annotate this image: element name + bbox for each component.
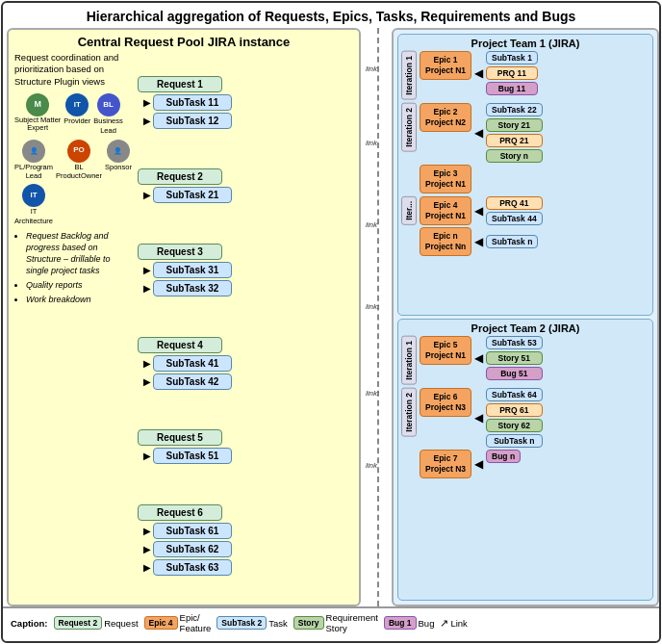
avatar-m: M Subject MatterExpert	[14, 93, 61, 136]
arrow-62: ▶	[143, 544, 151, 554]
prq21-box: PRQ 21	[486, 134, 543, 147]
subtask62-row: ▶ SubTask 62	[138, 541, 353, 557]
epic5-items: SubTask 53 Story 51 Bug 51	[486, 336, 543, 380]
epic5-arrow: ◀	[474, 351, 483, 365]
bullet-list: Request Backlog and progress based on St…	[26, 230, 134, 306]
team1-iter1: Iteration 1 Epic 1Project N1 ◀ SubTask 1…	[401, 51, 649, 100]
cap-text-epic: Epic/Feature	[180, 612, 212, 633]
subtask11-row: ▶ SubTask 11	[138, 94, 353, 111]
left-panel-title: Central Request Pool JIRA instance	[9, 30, 359, 52]
avatar-circle-it2: IT	[22, 184, 45, 207]
prq61-box: PRQ 61	[486, 403, 543, 417]
iter2-content: Epic 2Project N2 ◀ SubTask 22 Story 21 P…	[420, 103, 649, 193]
avatar-label-s: Sponsor	[105, 163, 132, 172]
avatar-label-provider: Provider	[64, 116, 90, 126]
cap-box-epic: Epic 4	[144, 616, 178, 630]
req-group-1: Request 1 ▶ SubTask 11 ▶ SubTask 12	[138, 76, 353, 129]
subtaskn2-box: SubTask n	[486, 434, 543, 448]
coord-text: Request coordination and prioritization …	[14, 52, 134, 88]
epic4-arrow: ◀	[474, 204, 483, 218]
epic3-row: Epic 3Project N1	[420, 165, 649, 193]
t2-iter2-label: Iteration 2	[401, 388, 417, 437]
req-group-2: Request 2 ▶ SubTask 21	[138, 168, 353, 203]
subtask42-row: ▶ SubTask 42	[138, 374, 353, 390]
request-3-box: Request 3	[138, 244, 222, 260]
caption-item-request: Request 2 Request	[54, 616, 139, 630]
avatar-circle-s: 👤	[107, 140, 130, 163]
avatar-bl: BL BusinessLead	[93, 93, 122, 136]
caption-item-bug: Bug 1 Bug	[384, 616, 435, 630]
team2-iter2: Iteration 2 Epic 6Project N3 ◀ SubTask 6…	[401, 388, 649, 478]
bug11-box: Bug 11	[486, 82, 538, 95]
iterN-content: Epic 4Project N1 ◀ PRQ 41 SubTask 44 Epi…	[420, 196, 649, 256]
story21-box: Story 21	[486, 118, 543, 132]
subtask22-box: SubTask 22	[486, 103, 543, 116]
epic7-box: Epic 7Project N3	[420, 450, 471, 478]
subtask-63-box: SubTask 63	[153, 559, 232, 576]
subtask-32-box: SubTask 32	[153, 280, 232, 296]
avatar-it1: IT Provider	[64, 93, 90, 136]
subtask12-row: ▶ SubTask 12	[138, 113, 353, 129]
epic3-box: Epic 3Project N1	[420, 165, 471, 193]
link-label-6: link	[366, 461, 377, 470]
caption-item-link: ↗ Link	[440, 617, 467, 630]
cap-box-story: Story	[293, 616, 324, 630]
subtask32-row: ▶ SubTask 32	[138, 280, 353, 296]
bugN-box: Bug n	[486, 450, 521, 463]
avatar-label-po: BLProductOwner	[56, 163, 102, 182]
caption-item-task: SubTask 2 Task	[216, 616, 287, 630]
arrow-51: ▶	[143, 451, 151, 461]
arrow-63: ▶	[143, 562, 151, 573]
team2-iter1: Iteration 1 Epic 5Project N1 ◀ SubTask 5…	[401, 336, 649, 385]
subtask61-row: ▶ SubTask 61	[138, 523, 353, 539]
avatar-circle-po: PO	[67, 140, 90, 163]
subtask63-row: ▶ SubTask 63	[138, 559, 353, 576]
epic2-arrow: ◀	[474, 126, 483, 140]
avatars-row: M Subject MatterExpert IT Provider BL Bu…	[14, 93, 134, 136]
link-label-5: link:	[366, 389, 379, 398]
subtask21-row: ▶ SubTask 21	[138, 187, 353, 203]
epic4-items: PRQ 41 SubTask 44	[486, 196, 543, 225]
bug51-box: Bug 51	[486, 367, 543, 380]
arrow-42: ▶	[143, 376, 151, 387]
cap-box-task: SubTask 2	[216, 616, 267, 630]
subtask31-row: ▶ SubTask 31	[138, 262, 353, 278]
arrow-61: ▶	[143, 526, 151, 536]
epic2-items: SubTask 22 Story 21 PRQ 21 Story n	[486, 103, 543, 163]
subtask-12-box: SubTask 12	[153, 113, 232, 129]
cap-box-bug: Bug 1	[384, 616, 417, 630]
avatar-label-bl: BusinessLead	[93, 116, 122, 136]
t2-iter1-content: Epic 5Project N1 ◀ SubTask 53 Story 51 B…	[420, 336, 649, 380]
left-panel: Central Request Pool JIRA instance Reque…	[7, 28, 361, 606]
subtask-31-box: SubTask 31	[153, 262, 232, 278]
link-icon: ↗	[440, 617, 448, 630]
bullet-3: Work breakdown	[26, 294, 134, 305]
prq41-box: PRQ 41	[486, 196, 543, 210]
epic6-box: Epic 6Project N3	[420, 388, 471, 417]
subtask-61-box: SubTask 61	[153, 523, 232, 539]
outer-border: Hierarchical aggregation of Requests, Ep…	[1, 1, 661, 643]
link-label-3: link	[366, 220, 377, 229]
subtask41-row: ▶ SubTask 41	[138, 355, 353, 372]
arrow-12: ▶	[143, 116, 151, 126]
subtask-51-box: SubTask 51	[153, 448, 232, 464]
arrow-11: ▶	[143, 97, 151, 108]
subtask1-box: SubTask 1	[486, 51, 538, 64]
team1-iter2: Iteration 2 Epic 2Project N2 ◀ SubTask 2…	[401, 103, 649, 193]
epicN-box: Epic nProject Nn	[420, 227, 471, 256]
epic2-row: Epic 2Project N2 ◀ SubTask 22 Story 21 P…	[420, 103, 649, 163]
avatar-circle-m: M	[26, 93, 49, 116]
subtask-41-box: SubTask 41	[153, 355, 232, 372]
avatar-it2: IT ITArchitecture	[14, 184, 53, 226]
main-title: Hierarchical aggregation of Requests, Ep…	[3, 3, 659, 28]
caption-label: Caption:	[11, 618, 48, 629]
subtask-42-box: SubTask 42	[153, 374, 232, 390]
bullet-2: Quality reports	[26, 279, 134, 291]
epic7-arrow: ◀	[474, 457, 483, 471]
requests-column: Request 1 ▶ SubTask 11 ▶ SubTask 12 Requ…	[138, 52, 353, 600]
epic6-row: Epic 6Project N3 ◀ SubTask 64 PRQ 61 Sto…	[420, 388, 649, 448]
subtaskN-box: SubTask n	[486, 235, 538, 248]
team1-iterN: Iter... Epic 4Project N1 ◀ PRQ 41 SubTas…	[401, 196, 649, 256]
storyn-box: Story n	[486, 149, 543, 163]
middle-divider: link link link link: link: link	[364, 28, 391, 606]
